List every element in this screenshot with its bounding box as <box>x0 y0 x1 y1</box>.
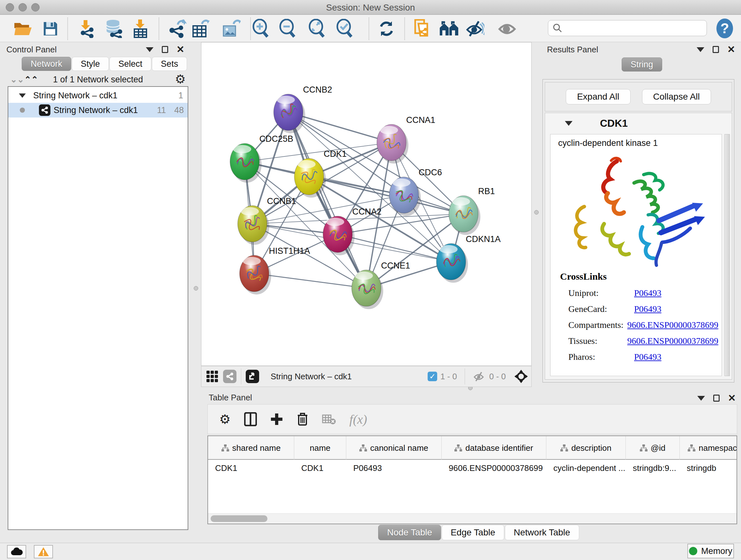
selected-checkbox-icon[interactable]: ✓ <box>428 372 437 381</box>
memory-button[interactable]: Memory <box>687 544 734 558</box>
detach-view-icon[interactable] <box>246 370 259 383</box>
search-input[interactable] <box>548 20 707 36</box>
column-header-description[interactable]: description <box>546 436 626 460</box>
entry-expander-icon[interactable] <box>565 121 572 126</box>
panel-float-icon[interactable] <box>713 395 720 401</box>
node-HIST1H1A[interactable]: HIST1H1A <box>240 246 310 295</box>
node-CCNE1[interactable]: CCNE1 <box>352 261 410 309</box>
tab-network[interactable]: Network <box>22 57 71 71</box>
delete-column-trash-icon[interactable] <box>296 412 309 426</box>
node-count: 11 <box>157 105 166 115</box>
edge-CCNB2-CCNE1[interactable] <box>288 112 366 288</box>
tab-style[interactable]: Style <box>72 57 109 71</box>
network-overview-icon[interactable] <box>223 370 237 383</box>
results-scrollbar[interactable] <box>724 134 730 376</box>
column-header--id[interactable]: @id <box>626 436 680 460</box>
show-all-icon[interactable] <box>496 18 518 39</box>
zoom-fit-icon[interactable] <box>307 18 328 39</box>
left-splitter-handle[interactable] <box>194 286 198 291</box>
panel-menu-icon[interactable] <box>697 396 705 401</box>
zoom-out-icon[interactable] <box>277 18 299 39</box>
right-splitter-handle[interactable] <box>534 210 539 214</box>
crosslink-link[interactable]: P06493 <box>634 288 662 298</box>
node-CCNA1[interactable]: CCNA1 <box>377 115 435 164</box>
gene-entry-header[interactable]: CDK1 <box>545 113 732 133</box>
column-header-canonical-name[interactable]: canonical name <box>346 436 442 460</box>
help-button[interactable]: ? <box>716 18 734 39</box>
hide-selected-icon[interactable] <box>464 18 486 39</box>
export-network-icon[interactable] <box>166 18 188 39</box>
table-settings-gear-icon[interactable]: ⚙ <box>219 412 231 427</box>
column-header-database-identifier[interactable]: database identifier <box>442 436 546 460</box>
panel-close-icon[interactable]: ✕ <box>727 46 735 53</box>
network-canvas[interactable]: CCNB2CCNA1CDC25BCDK1CDC6RB1CCNB1CCNA2CDK… <box>201 42 532 366</box>
export-image-icon[interactable] <box>220 18 242 39</box>
column-header-shared-name[interactable]: shared name <box>208 436 294 460</box>
table-cell[interactable]: cyclin-dependent ... <box>546 460 626 476</box>
column-header-namespace[interactable]: namespace <box>680 436 737 460</box>
table-cell[interactable]: CDK1 <box>294 460 346 476</box>
tab-node-table[interactable]: Node Table <box>378 525 441 540</box>
table-cell[interactable]: CDK1 <box>208 460 294 476</box>
string-results-container: Expand All Collapse All CDK1 cyclin-depe… <box>542 79 734 382</box>
table-cell[interactable]: stringdb:9... <box>626 460 680 476</box>
column-label: description <box>571 443 611 453</box>
node-label-CCNA2: CCNA2 <box>352 207 381 216</box>
memory-status-dot <box>689 547 697 555</box>
tab-sets[interactable]: Sets <box>152 57 187 71</box>
import-table-icon[interactable] <box>130 18 151 39</box>
panel-close-icon[interactable]: ✕ <box>177 46 185 53</box>
panel-float-icon[interactable] <box>162 46 168 53</box>
table-cell[interactable]: stringdb <box>680 460 737 476</box>
panel-menu-icon[interactable] <box>146 47 153 52</box>
crosslink-row: Tissues:9606.ENSP00000378699 <box>568 333 718 349</box>
network-options-gear-icon[interactable]: ⚙ <box>175 72 186 86</box>
table-cell[interactable]: P06493 <box>346 460 442 476</box>
collection-expander-icon[interactable] <box>19 93 26 98</box>
scrollbar-thumb[interactable] <box>211 515 267 522</box>
tab-string[interactable]: String <box>622 57 662 71</box>
zoom-selected-icon[interactable] <box>334 18 356 39</box>
crosslink-link[interactable]: 9606.ENSP00000378699 <box>627 320 718 330</box>
warning-status-button[interactable] <box>34 545 53 558</box>
search-field-wrap <box>548 20 707 36</box>
tab-select[interactable]: Select <box>110 57 151 71</box>
crosslink-link[interactable]: P06493 <box>634 304 662 314</box>
new-network-from-selection-icon[interactable] <box>411 18 433 39</box>
node-table[interactable]: shared namenamecanonical namedatabase id… <box>207 435 737 524</box>
birdseye-crosshair-icon[interactable] <box>514 369 528 383</box>
panel-close-icon[interactable]: ✕ <box>728 395 736 401</box>
first-neighbors-icon[interactable] <box>438 18 460 39</box>
table-row[interactable]: CDK1CDK1P064939606.ENSP00000378699cyclin… <box>208 460 737 476</box>
column-type-icon <box>640 444 648 451</box>
show-columns-icon[interactable] <box>244 412 257 426</box>
collapse-all-button[interactable]: Collapse All <box>642 89 711 105</box>
panel-menu-icon[interactable] <box>697 47 704 52</box>
create-column-plus-icon[interactable] <box>270 413 283 426</box>
network-collection-row[interactable]: String Network – cdk1 1 <box>8 88 188 103</box>
table-toolbar: ⚙ <box>207 404 737 434</box>
tab-network-table[interactable]: Network Table <box>505 525 579 540</box>
node-CCNB1[interactable]: CCNB1 <box>238 196 296 245</box>
save-session-icon[interactable] <box>40 18 61 39</box>
table-cell[interactable]: 9606.ENSP00000378699 <box>442 460 546 476</box>
node-CDKN1A[interactable]: CDKN1A <box>436 234 501 283</box>
cloud-status-button[interactable] <box>7 545 26 558</box>
refresh-icon[interactable] <box>376 18 397 39</box>
import-network-database-icon[interactable] <box>103 18 125 39</box>
panel-float-icon[interactable] <box>713 46 719 53</box>
import-network-file-icon[interactable] <box>76 18 98 39</box>
column-header-name[interactable]: name <box>294 436 346 460</box>
network-row-selected[interactable]: String Network – cdk1 11 48 <box>8 103 188 118</box>
expand-all-button[interactable]: Expand All <box>566 89 630 105</box>
tab-edge-table[interactable]: Edge Table <box>442 525 504 540</box>
node-RB1[interactable]: RB1 <box>449 186 495 235</box>
crosslink-link[interactable]: P06493 <box>634 352 662 362</box>
export-table-icon[interactable] <box>190 18 211 39</box>
crosslink-link[interactable]: 9606.ENSP00000378699 <box>627 336 718 346</box>
table-horizontal-scrollbar[interactable] <box>208 513 737 523</box>
help-icon: ? <box>717 18 733 38</box>
open-session-icon[interactable] <box>12 18 34 39</box>
zoom-in-icon[interactable] <box>250 18 272 39</box>
grid-view-icon[interactable] <box>206 370 219 383</box>
